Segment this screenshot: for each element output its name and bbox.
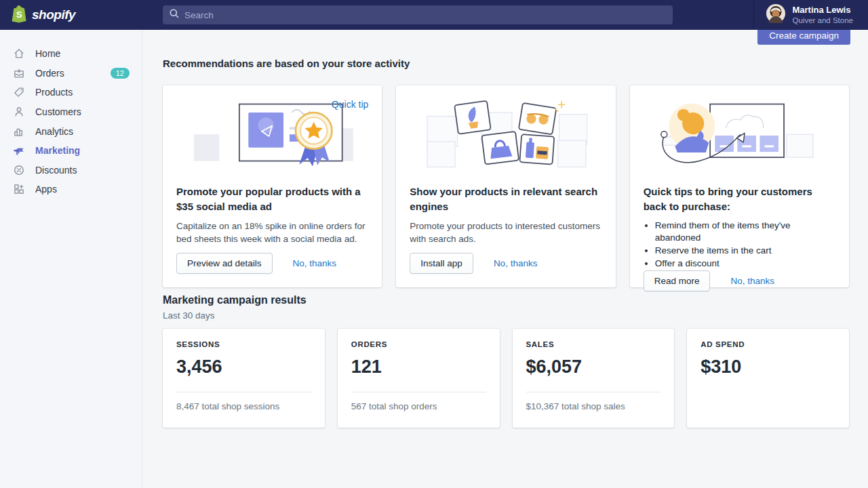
sidebar-item-home[interactable]: Home	[0, 44, 142, 64]
divider	[176, 392, 311, 392]
products-icon	[12, 85, 26, 99]
card-title: Promote your popular products with a $35…	[176, 184, 368, 214]
card-bullet-list: Remind them of the items they've abandon…	[655, 220, 835, 271]
customers-icon	[12, 105, 26, 119]
quick-tip-link[interactable]: Quick tip	[332, 99, 368, 110]
marketing-megaphone-icon	[12, 144, 26, 157]
metric-label: SALES	[526, 340, 661, 348]
metric-card-sales: SALES $6,057 $10,367 total shop sales	[513, 329, 675, 428]
divider	[351, 392, 486, 392]
sidebar-item-orders[interactable]: Orders 12	[0, 64, 142, 83]
customers-back-illustration	[644, 98, 835, 174]
recommendation-card-social-ad: Quick tip	[163, 85, 382, 287]
card-body: Promote your products to interested cust…	[410, 220, 601, 246]
shopify-bag-icon: S	[11, 5, 27, 26]
no-thanks-link[interactable]: No, thanks	[293, 258, 337, 268]
metric-card-sessions: SESSIONS 3,456 8,467 total shop sessions	[163, 329, 325, 428]
sidebar-item-label: Customers	[35, 106, 81, 117]
shopify-wordmark: shopify	[32, 7, 75, 22]
sidebar-item-apps[interactable]: Apps	[0, 180, 142, 199]
metric-label: ORDERS	[351, 340, 486, 348]
sidebar-item-label: Products	[35, 87, 73, 98]
sidebar-item-analytics[interactable]: Analytics	[0, 121, 142, 141]
shopify-logo[interactable]: S shopify	[11, 0, 75, 30]
metric-card-ad-spend: AD SPEND $310	[687, 329, 849, 428]
sidebar-item-label: Apps	[35, 184, 57, 195]
search-icon	[170, 9, 179, 21]
store-name: Quiver and Stone	[792, 16, 853, 25]
metric-value: $6,057	[526, 357, 661, 378]
svg-text:S: S	[16, 9, 22, 20]
sidebar: Home Orders 12 Products Customers Anal	[0, 30, 142, 488]
user-name: Martina Lewis	[792, 5, 853, 16]
preview-ad-details-button[interactable]: Preview ad details	[176, 253, 273, 274]
card-title: Show your products in relevant search en…	[410, 184, 601, 214]
read-more-button[interactable]: Read more	[644, 270, 711, 291]
metric-subtext: 8,467 total shop sessions	[176, 401, 311, 411]
search-bar[interactable]	[163, 5, 673, 24]
metric-subtext: $10,367 total shop sales	[526, 401, 661, 411]
metric-label: SESSIONS	[176, 340, 311, 348]
recommendation-card-search-ads: Show your products in relevant search en…	[396, 85, 615, 287]
bullet-item: Remind them of the items they've abandon…	[655, 220, 835, 245]
campaign-results-heading: Marketing campaign results	[163, 294, 307, 306]
install-app-button[interactable]: Install app	[410, 253, 473, 274]
metric-label: AD SPEND	[701, 340, 835, 348]
no-thanks-link[interactable]: No, thanks	[494, 258, 538, 268]
sidebar-item-label: Analytics	[35, 126, 73, 137]
metric-value: 3,456	[176, 357, 311, 378]
shopify-admin: Marketing Create campaign S shopify	[0, 0, 868, 488]
avatar	[766, 4, 785, 26]
search-input[interactable]	[184, 10, 666, 20]
metric-value: 121	[351, 357, 486, 378]
sidebar-item-label: Marketing	[35, 145, 80, 156]
sidebar-item-discounts[interactable]: Discounts	[0, 161, 142, 180]
sidebar-item-label: Discounts	[35, 165, 77, 176]
home-icon	[12, 47, 26, 60]
recommendations-heading: Recommendations are based on your store …	[163, 58, 410, 69]
sidebar-item-label: Orders	[35, 68, 64, 79]
divider	[526, 392, 661, 392]
card-body: Capitalize on an 18% spike in online ord…	[176, 220, 368, 246]
user-menu[interactable]: Martina Lewis Quiver and Stone	[753, 0, 868, 30]
no-thanks-link[interactable]: No, thanks	[730, 276, 774, 286]
card-title: Quick tips to bring your customers back …	[644, 184, 835, 214]
apps-icon	[12, 182, 26, 196]
metrics-row: SESSIONS 3,456 8,467 total shop sessions…	[163, 329, 849, 428]
topbar: S shopify Martina Lewis	[0, 0, 868, 30]
analytics-icon	[12, 125, 26, 138]
recommendation-cards: Quick tip	[163, 85, 849, 287]
sidebar-item-label: Home	[35, 48, 60, 59]
campaign-results-range: Last 30 days	[163, 310, 215, 321]
recommendation-card-abandoned-cart: Quick tips to bring your customers back …	[630, 85, 849, 287]
bullet-item: Offer a discount	[655, 258, 835, 270]
bullet-item: Reserve the items in the cart	[655, 245, 835, 258]
search-ads-illustration	[410, 98, 601, 174]
sidebar-item-customers[interactable]: Customers	[0, 102, 142, 122]
metric-subtext: 567 total shop orders	[351, 401, 486, 411]
sidebar-item-marketing[interactable]: Marketing	[0, 141, 142, 161]
metric-value: $310	[701, 357, 835, 378]
metric-card-orders: ORDERS 121 567 total shop orders	[338, 329, 500, 428]
discounts-icon	[12, 163, 26, 177]
orders-count-badge: 12	[111, 68, 130, 79]
orders-icon	[12, 66, 26, 80]
sidebar-item-products[interactable]: Products	[0, 83, 142, 102]
